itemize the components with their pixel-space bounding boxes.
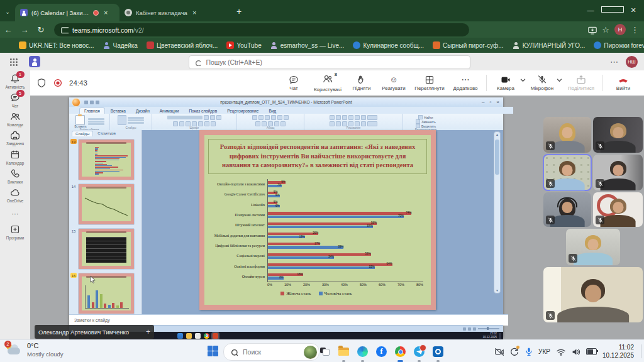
slide-thumbnail-14[interactable]: 14 xyxy=(70,184,135,225)
browser-menu-icon[interactable]: ⋮ xyxy=(631,25,639,35)
react-button[interactable]: ☺ Реагувати xyxy=(377,75,410,91)
participant-tile-4[interactable] xyxy=(593,155,643,190)
outlook-icon[interactable] xyxy=(431,344,445,359)
ribbon-tab-review[interactable]: Рецензирование xyxy=(223,108,263,114)
participant-tile-5[interactable] xyxy=(543,192,591,227)
camera-off-tray-icon[interactable] xyxy=(494,347,504,356)
browser-tab-active[interactable]: (6) Calendar | Захист Дипло × xyxy=(15,4,119,21)
rail-item-apps[interactable]: Програми xyxy=(0,224,30,240)
telegram-icon[interactable] xyxy=(412,344,426,359)
mic-button[interactable]: Мікрофон xyxy=(528,75,557,91)
ribbon-tab-home[interactable]: Главная xyxy=(79,107,105,114)
weather-widget[interactable]: 2 0°C Mostly cloudy xyxy=(6,342,64,358)
office-button[interactable] xyxy=(72,98,80,107)
rail-item-teams[interactable]: Команди xyxy=(0,111,30,127)
bookmark-syrny[interactable]: Сырный пирог-суф... xyxy=(433,41,504,49)
participant-tile-8[interactable] xyxy=(543,267,643,322)
bookmark-star-icon[interactable]: ☆ xyxy=(602,25,609,35)
remote-powerpoint-icon[interactable] xyxy=(213,333,218,339)
rail-item-calendar[interactable]: Календар xyxy=(0,150,30,165)
raise-hand-button[interactable]: Підняти xyxy=(347,75,376,91)
rail-item-activity[interactable]: 1 Активність xyxy=(0,74,30,89)
find-button[interactable]: Найти xyxy=(418,115,433,119)
participant-tile-6[interactable] xyxy=(593,192,643,227)
camera-button[interactable]: Камера xyxy=(491,75,520,91)
mic-chevron-icon[interactable] xyxy=(557,77,562,83)
chrome-icon[interactable] xyxy=(393,344,408,359)
leave-button[interactable]: Вийти xyxy=(608,75,639,91)
teams-search-input[interactable] xyxy=(204,58,465,67)
language-indicator[interactable]: УКР xyxy=(538,348,550,355)
bookmark-kulinarnoe[interactable]: Кулинарное сообщ... xyxy=(353,41,424,49)
remote-store-icon[interactable] xyxy=(195,333,201,339)
browser-profile-avatar[interactable]: Н xyxy=(614,24,626,35)
panel-tab-slides[interactable]: Слайды xyxy=(72,131,93,136)
taskbar-search-input[interactable] xyxy=(242,348,288,356)
tab-search-button[interactable]: ⌄ xyxy=(0,9,15,21)
rail-item-chat[interactable]: 5 Чат xyxy=(0,92,30,108)
teams-more-icon[interactable]: ⋯ xyxy=(610,57,618,67)
meeting-chat-button[interactable]: Чат xyxy=(279,75,308,91)
slide-canvas[interactable]: Розподіл відповідей респондентів на запи… xyxy=(199,130,436,310)
address-bar[interactable]: teams.microsoft.com/v2/ xyxy=(54,23,469,36)
start-button[interactable] xyxy=(208,346,218,356)
slide-thumbnail-15[interactable]: 15 xyxy=(70,228,135,270)
mic-tray-icon[interactable] xyxy=(524,347,533,356)
minimize-button[interactable]: — xyxy=(580,6,601,14)
panel-tab-outline[interactable]: Структура xyxy=(94,131,118,136)
shared-screen[interactable]: презентація_диплом_ОТТ_М_524_ТИМЧЕНКО - … xyxy=(69,97,503,337)
bookmark-esmarhov[interactable]: esmarhov_ss — Live... xyxy=(270,41,345,49)
ppt-scrollbar[interactable]: ▲▼ xyxy=(494,131,501,293)
participant-tile-7[interactable] xyxy=(566,229,620,265)
bookmark-pirozhki[interactable]: Пирожки forever! -... xyxy=(594,41,644,49)
rail-item-more[interactable]: ⋯ xyxy=(0,210,30,218)
ppt-restore[interactable]: ▫ xyxy=(489,99,491,105)
participant-tile-3-active[interactable] xyxy=(543,155,591,190)
participant-tile-2[interactable] xyxy=(593,117,643,153)
back-button[interactable]: ← xyxy=(0,25,16,35)
browser-tab-2[interactable]: Кабінет викладача × xyxy=(119,4,229,21)
more-button[interactable]: ⋯ Додатково xyxy=(449,75,482,91)
new-tab-button[interactable]: + xyxy=(236,6,242,16)
reload-button[interactable]: ↻ xyxy=(33,25,49,35)
remote-chrome-icon[interactable] xyxy=(204,333,209,339)
facebook-icon[interactable]: f xyxy=(374,344,389,359)
cast-icon[interactable] xyxy=(587,25,597,35)
ribbon-tab-view[interactable]: Вид xyxy=(264,108,280,114)
tab-close-icon[interactable]: × xyxy=(103,9,109,16)
volume-icon[interactable] xyxy=(571,347,580,356)
rail-item-calls[interactable]: Виклики xyxy=(0,168,30,184)
slide-thumbnail-13[interactable]: 13 xyxy=(70,139,135,180)
replace-button[interactable]: Заменить xyxy=(416,119,435,124)
close-button[interactable]: ✕ xyxy=(623,6,644,14)
sync-tray-icon[interactable] xyxy=(509,347,518,356)
bookmark-chadeyka[interactable]: Чадейка xyxy=(103,41,138,49)
teams-search[interactable] xyxy=(189,55,470,69)
forward-button[interactable]: → xyxy=(16,25,33,35)
teams-avatar[interactable]: НШ xyxy=(626,56,638,68)
ribbon-tab-design[interactable]: Дизайн xyxy=(131,108,154,114)
waffle-icon[interactable] xyxy=(9,58,18,66)
participant-tile-1[interactable] xyxy=(543,117,591,153)
select-button[interactable]: Выделить xyxy=(416,124,436,128)
ribbon-tab-slideshow[interactable]: Показ слайдов xyxy=(184,108,221,114)
teams-logo[interactable] xyxy=(29,56,40,67)
meeting-shield-icon[interactable] xyxy=(36,78,47,88)
overlay-add-icon[interactable]: + xyxy=(146,327,150,336)
task-view-button[interactable] xyxy=(318,344,332,359)
presenter-name-overlay[interactable]: Олександр Артемович Тимченко + xyxy=(35,325,154,339)
show-desktop-button[interactable] xyxy=(641,344,641,358)
bookmark-youtube[interactable]: YouTube xyxy=(226,41,261,49)
ribbon-tab-animations[interactable]: Анимации xyxy=(155,108,184,114)
share-button[interactable]: Поділитися xyxy=(564,75,598,91)
bookmark-kulinarny-ugo[interactable]: КУЛИНАРНЫЙ УГО... xyxy=(513,41,586,49)
remote-start-button[interactable] xyxy=(177,333,183,339)
ribbon-tab-insert[interactable]: Вставка xyxy=(106,108,130,114)
rail-item-onedrive[interactable]: OneDrive xyxy=(0,187,30,203)
wifi-icon[interactable] xyxy=(556,347,565,356)
tab-close-icon[interactable]: × xyxy=(191,9,197,16)
rail-item-assignments[interactable]: Завдання xyxy=(0,130,30,146)
battery-icon[interactable] xyxy=(586,348,597,355)
ppt-minimize[interactable]: – xyxy=(482,99,484,105)
slide-thumbnail-16[interactable]: 16 xyxy=(70,273,135,314)
